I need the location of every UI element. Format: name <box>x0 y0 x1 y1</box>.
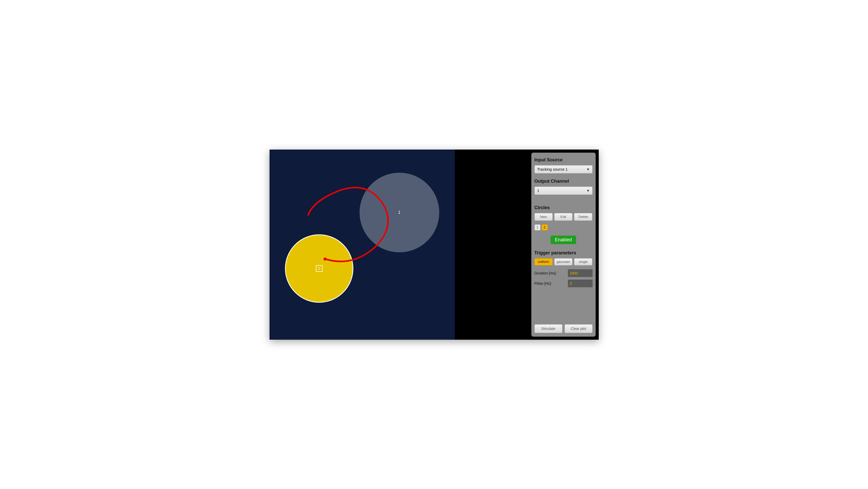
edit-button[interactable]: Edit <box>554 213 572 221</box>
dropdown-value: Tracking source 1 <box>537 167 568 171</box>
circle-chips: 1 2 <box>534 224 593 230</box>
fmax-row: FMax [Hz]: 2 <box>534 279 593 288</box>
tracking-plot[interactable]: 1 2 <box>270 150 455 340</box>
trigger-params-label: Trigger parameters <box>534 250 593 256</box>
control-panel: Input Source Tracking source 1 ▼ Output … <box>531 153 596 337</box>
duration-input[interactable]: 1000 <box>568 269 593 277</box>
trajectory-head-dot <box>323 258 327 261</box>
app-window: 1 2 Input Source Tracking source 1 ▼ Out… <box>270 150 599 340</box>
duration-label: Duration [ms]: <box>534 271 568 275</box>
new-button[interactable]: New <box>534 213 553 221</box>
enabled-badge[interactable]: Enabled <box>551 236 576 244</box>
spacer <box>534 199 593 202</box>
input-source-label: Input Source <box>534 157 593 163</box>
trigger-mode-gaussian[interactable]: gaussian <box>554 258 572 265</box>
footer-buttons: Simulate Clear plot <box>534 324 593 333</box>
black-spacer <box>455 150 531 340</box>
circles-button-row: New Edit Delete <box>534 213 593 221</box>
chevron-down-icon: ▼ <box>587 167 590 171</box>
dropdown-value: 1 <box>537 188 539 193</box>
circle-chip-2[interactable]: 2 <box>541 224 548 230</box>
output-channel-dropdown[interactable]: 1 ▼ <box>534 187 593 195</box>
chevron-down-icon: ▼ <box>587 189 590 192</box>
fmax-input[interactable]: 2 <box>568 280 593 287</box>
circle-label-box: 2 <box>316 265 322 272</box>
trigger-mode-segments: uniform gaussian single <box>534 258 593 265</box>
output-channel-label: Output Channel <box>534 178 593 184</box>
clear-plot-button[interactable]: Clear plot <box>564 324 593 333</box>
circles-label: Circles <box>534 205 593 210</box>
circle-chip-1[interactable]: 1 <box>534 224 540 230</box>
simulate-button[interactable]: Simulate <box>534 324 562 333</box>
duration-row: Duration [ms]: 1000 <box>534 269 593 277</box>
delete-button[interactable]: Delete <box>574 213 592 221</box>
trigger-mode-single[interactable]: single <box>574 258 592 265</box>
fmax-label: FMax [Hz]: <box>534 281 568 286</box>
circle-label: 1 <box>398 210 400 215</box>
plot-circle-1[interactable]: 1 <box>360 173 439 252</box>
plot-circle-2[interactable]: 2 <box>285 234 353 303</box>
trigger-mode-uniform[interactable]: uniform <box>534 258 553 265</box>
input-source-dropdown[interactable]: Tracking source 1 ▼ <box>534 165 593 173</box>
circle-label: 2 <box>318 266 320 270</box>
